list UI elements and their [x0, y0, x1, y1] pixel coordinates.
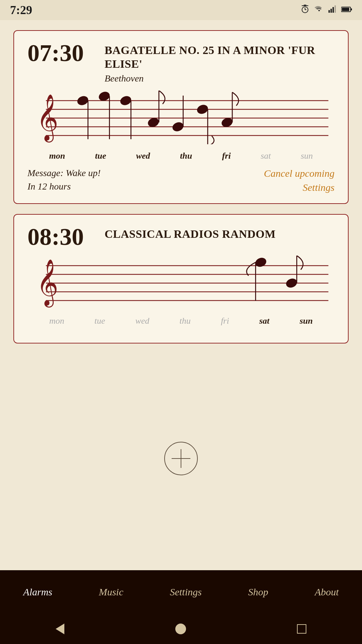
alarm-1-days: mon tue wed thu fri sat sun [27, 151, 335, 161]
status-time: 7:29 [10, 3, 32, 17]
nav-item-music[interactable]: Music [92, 583, 130, 601]
alarm-card-1[interactable]: 07:30 BAGATELLE NO. 25 IN A MINOR 'FUR E… [13, 30, 349, 204]
cancel-upcoming-button[interactable]: Cancel upcoming [264, 168, 335, 179]
wifi-icon [314, 5, 324, 15]
day-thu-1: thu [180, 151, 192, 161]
alarm-1-countdown: In 12 hours [27, 181, 101, 192]
day-sat-1: sat [261, 151, 271, 161]
svg-text:𝄞: 𝄞 [37, 94, 58, 143]
staff-svg-1: 𝄞 [27, 91, 335, 144]
alarm-1-composer: Beethoven [105, 73, 335, 84]
day-wed-1: wed [136, 151, 150, 161]
alarm-1-title: BAGATELLE NO. 25 IN A MINOR 'FUR ELISE' [105, 44, 335, 71]
alarm-2-time: 08:30 [27, 225, 95, 249]
day-fri-2: fri [221, 316, 229, 326]
svg-rect-5 [328, 10, 330, 13]
add-button-container [13, 354, 349, 564]
svg-rect-7 [333, 7, 334, 13]
alarm-2-title-block: CLASSICAL RADIOS RANDOM [105, 225, 276, 241]
svg-rect-0 [302, 5, 308, 6]
svg-rect-8 [335, 5, 336, 13]
nav-item-alarms[interactable]: Alarms [16, 583, 59, 601]
svg-point-38 [254, 256, 267, 268]
back-triangle-icon [56, 624, 64, 634]
svg-rect-10 [351, 8, 352, 10]
svg-point-18 [76, 95, 89, 106]
back-button[interactable] [56, 624, 64, 634]
alarm-icon [300, 4, 310, 16]
signal-icon [328, 5, 337, 15]
alarm-2-title: CLASSICAL RADIOS RANDOM [105, 227, 276, 241]
svg-rect-1 [304, 5, 306, 5]
day-mon-1: mon [49, 151, 65, 161]
alarm-1-actions: Cancel upcoming Settings [264, 168, 335, 193]
alarm-1-time: 07:30 [27, 41, 95, 65]
day-thu-2: thu [180, 316, 191, 326]
alarm-1-title-block: BAGATELLE NO. 25 IN A MINOR 'FUR ELISE' … [105, 41, 335, 84]
nav-item-shop[interactable]: Shop [241, 583, 275, 601]
svg-rect-11 [342, 8, 349, 11]
recents-square-icon [297, 624, 306, 634]
day-wed-2: wed [135, 316, 149, 326]
bottom-nav: Alarms Music Settings Shop About [0, 570, 362, 614]
home-circle-icon [175, 624, 186, 634]
staff-svg-2: 𝄞 [27, 256, 335, 309]
alarm-1-info: Message: Wake up! In 12 hours [27, 168, 101, 192]
alarm-2-header: 08:30 CLASSICAL RADIOS RANDOM [27, 225, 335, 249]
alarm-2-days: mon tue wed thu fri sat sun [27, 316, 335, 326]
status-icons [300, 4, 352, 16]
main-content: 07:30 BAGATELLE NO. 25 IN A MINOR 'FUR E… [0, 20, 362, 570]
day-sun-2: sun [300, 316, 313, 326]
alarm-2-staff: 𝄞 [27, 256, 335, 309]
day-sun-1: sun [301, 151, 313, 161]
day-fri-1: fri [222, 151, 231, 161]
svg-text:𝄞: 𝄞 [37, 259, 58, 308]
alarm-1-footer: Message: Wake up! In 12 hours Cancel upc… [27, 168, 335, 193]
status-bar: 7:29 [0, 0, 362, 20]
nav-item-about[interactable]: About [308, 583, 346, 601]
recents-button[interactable] [297, 624, 306, 634]
svg-point-26 [172, 121, 184, 132]
android-nav [0, 614, 362, 644]
battery-icon [341, 6, 352, 14]
alarm-1-staff: 𝄞 [27, 91, 335, 144]
day-mon-2: mon [49, 316, 64, 326]
alarm-1-header: 07:30 BAGATELLE NO. 25 IN A MINOR 'FUR E… [27, 41, 335, 84]
day-tue-1: tue [95, 151, 106, 161]
day-sat-2: sat [259, 316, 269, 326]
svg-point-28 [196, 103, 209, 115]
alarm-card-2[interactable]: 08:30 CLASSICAL RADIOS RANDOM 𝄞 [13, 214, 349, 343]
settings-button-1[interactable]: Settings [303, 182, 335, 193]
alarm-1-message: Message: Wake up! [27, 168, 101, 178]
svg-point-22 [119, 95, 132, 106]
svg-point-40 [285, 277, 298, 288]
nav-item-settings[interactable]: Settings [163, 583, 208, 601]
home-button[interactable] [175, 624, 186, 634]
add-alarm-button[interactable] [164, 442, 198, 475]
day-tue-2: tue [95, 316, 105, 326]
svg-rect-6 [330, 9, 332, 13]
